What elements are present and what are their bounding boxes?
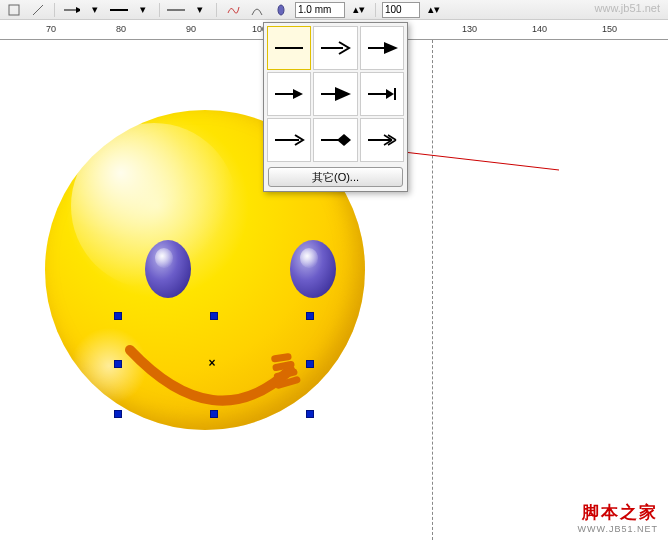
pen-icon[interactable] xyxy=(271,2,291,18)
dropdown-arrow-icon[interactable]: ▾ xyxy=(190,2,210,18)
left-eye xyxy=(145,240,191,298)
arrowhead-option-feather[interactable] xyxy=(360,118,404,162)
selection-handle[interactable] xyxy=(210,410,218,418)
svg-point-5 xyxy=(278,5,284,15)
arrowhead-option-diamond[interactable] xyxy=(313,118,357,162)
selection-handle[interactable] xyxy=(306,312,314,320)
curve-settings-icon[interactable] xyxy=(247,2,267,18)
arrowhead-option-solid[interactable] xyxy=(360,26,404,70)
arrowhead-option-thin[interactable] xyxy=(267,118,311,162)
arrowhead-option-bar[interactable] xyxy=(360,72,404,116)
arrowhead-picker-panel: 其它(O)... xyxy=(263,22,408,192)
selection-handle[interactable] xyxy=(114,312,122,320)
spinner-icon[interactable]: ▴▾ xyxy=(349,2,369,18)
arrowhead-option-solid-wide[interactable] xyxy=(313,72,357,116)
svg-marker-17 xyxy=(386,89,394,99)
ruler-label: 150 xyxy=(602,24,617,34)
ruler-label: 70 xyxy=(46,24,56,34)
selection-handle[interactable] xyxy=(114,360,122,368)
brand-en: WWW.JB51.NET xyxy=(577,524,658,534)
ruler-label: 130 xyxy=(462,24,477,34)
svg-marker-15 xyxy=(335,87,351,101)
selection-handle[interactable] xyxy=(306,410,314,418)
selection-center-icon: × xyxy=(207,358,217,368)
svg-marker-2 xyxy=(76,7,80,13)
right-eye xyxy=(290,240,336,298)
ruler-label: 80 xyxy=(116,24,126,34)
dropdown-arrow-icon[interactable]: ▾ xyxy=(85,2,105,18)
selection-handle[interactable] xyxy=(306,360,314,368)
tool-icon[interactable] xyxy=(28,2,48,18)
ruler-label: 140 xyxy=(532,24,547,34)
line-width-input[interactable] xyxy=(295,2,345,18)
watermark-text: www.jb51.net xyxy=(595,2,660,14)
brand-cn: 脚本之家 xyxy=(577,501,658,524)
arrowhead-option-open[interactable] xyxy=(313,26,357,70)
arrowhead-other-button[interactable]: 其它(O)... xyxy=(268,167,403,187)
svg-marker-11 xyxy=(384,42,398,54)
selection-handle[interactable] xyxy=(114,410,122,418)
property-toolbar: ▾ ▾ ▾ ▴▾ ▴▾ xyxy=(0,0,668,20)
arrowhead-option-none[interactable] xyxy=(267,26,311,70)
svg-rect-0 xyxy=(9,5,19,15)
vertical-guide[interactable] xyxy=(432,40,433,540)
freehand-icon[interactable] xyxy=(223,2,243,18)
arrowhead-option-solid-small[interactable] xyxy=(267,72,311,116)
spinner-icon[interactable]: ▴▾ xyxy=(424,2,444,18)
selection-handle[interactable] xyxy=(210,312,218,320)
dropdown-arrow-icon[interactable]: ▾ xyxy=(133,2,153,18)
footer-brand: 脚本之家 WWW.JB51.NET xyxy=(577,501,658,534)
tool-icon[interactable] xyxy=(4,2,24,18)
ruler-label: 90 xyxy=(186,24,196,34)
line-start-dropdown[interactable] xyxy=(61,2,81,18)
line-style-dropdown[interactable] xyxy=(109,2,129,18)
zoom-input[interactable] xyxy=(382,2,420,18)
line-end-dropdown[interactable] xyxy=(166,2,186,18)
svg-marker-21 xyxy=(337,134,351,146)
svg-marker-13 xyxy=(293,89,303,99)
